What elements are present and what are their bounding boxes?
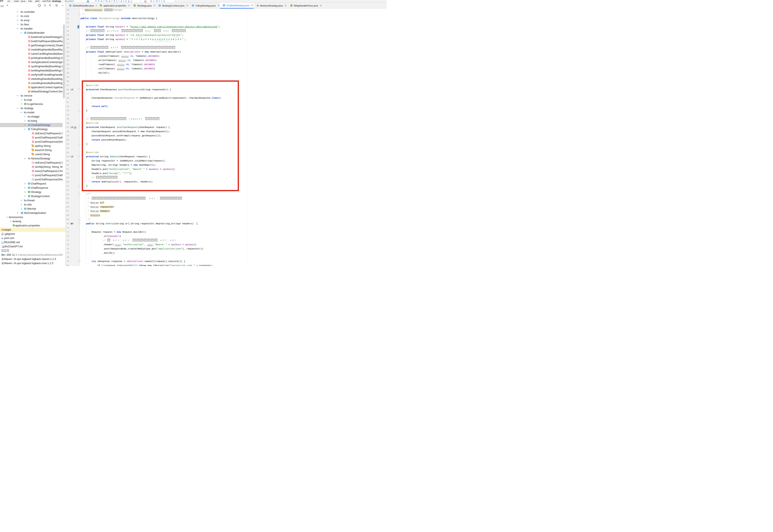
svg-text:m: m [28, 45, 30, 46]
svg-text:): ) [34, 178, 34, 181]
svg-text:): ) [34, 161, 34, 164]
svg-text:m: m [28, 57, 30, 59]
svg-text:C: C [192, 5, 193, 7]
svg-text:C: C [28, 187, 29, 189]
svg-text:m: m [28, 49, 30, 51]
svg-text:m: m [32, 170, 34, 172]
svg-text:m: m [145, 1, 146, 2]
svg-text:): ) [258, 4, 259, 7]
svg-text:C: C [223, 5, 224, 7]
svg-text:m: m [1, 237, 3, 240]
svg-text:m: m [28, 82, 30, 84]
svg-text:m: m [28, 53, 30, 55]
svg-text:m: m [28, 74, 30, 76]
svg-text:m: m [32, 141, 34, 143]
svg-text:): ) [34, 174, 34, 176]
svg-text:C: C [159, 5, 160, 7]
svg-text:I: I [28, 191, 30, 193]
svg-text:m: m [28, 66, 30, 67]
svg-text:m: m [28, 40, 30, 42]
svg-text:m: m [28, 78, 30, 80]
svg-text:C: C [70, 5, 71, 7]
svg-text:I: I [291, 5, 292, 7]
svg-text:m: m [28, 61, 30, 63]
svg-text:C: C [28, 183, 29, 185]
svg-text:@: @ [74, 126, 76, 129]
svg-text:m: m [32, 133, 34, 134]
svg-text:I: I [25, 103, 26, 105]
svg-text:I: I [134, 5, 135, 7]
svg-text:m: m [28, 36, 30, 38]
svg-text:C: C [25, 32, 26, 34]
svg-text:m: m [32, 166, 34, 168]
svg-text:C: C [28, 195, 29, 198]
svg-text:C: C [87, 1, 88, 3]
svg-text:C: C [28, 128, 29, 130]
svg-text:C: C [25, 208, 26, 210]
svg-text:): ) [30, 157, 30, 160]
svg-text:MD: MD [1, 242, 3, 243]
svg-text:C: C [28, 124, 29, 126]
svg-text:m: m [28, 70, 30, 72]
svg-text:m: m [32, 137, 34, 139]
